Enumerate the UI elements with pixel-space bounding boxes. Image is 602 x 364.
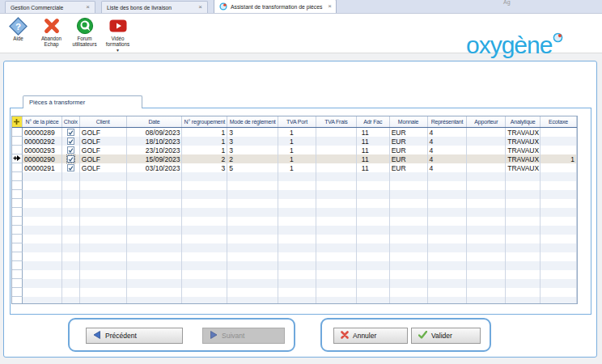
table-row-00000290[interactable]: 00000290GOLF15/09/202322111EUR4TRAVAUX1 xyxy=(12,154,577,163)
tab-pieces-a-transformer[interactable]: Pièces à transformer xyxy=(23,95,142,108)
cell-apporteur xyxy=(467,137,506,146)
column-header-apporteur[interactable]: Apporteur xyxy=(467,116,506,127)
cell-regroupement xyxy=(182,288,227,297)
cell-choix xyxy=(62,199,80,208)
column-header-ecotaxe[interactable]: Ecotaxe xyxy=(541,116,577,127)
toolbar-button-label: Aide xyxy=(13,36,23,41)
cell-choix xyxy=(62,217,80,226)
choix-checkbox[interactable] xyxy=(67,155,74,163)
row-selector-cell xyxy=(12,279,23,288)
column-header-date[interactable]: Date xyxy=(127,116,183,127)
cell-regroupement xyxy=(182,217,227,226)
previous-button[interactable]: Précédent xyxy=(86,328,183,344)
cell-tva_port xyxy=(278,279,316,288)
wizard-action-group: Annuler Valider xyxy=(320,318,491,352)
column-header-choix[interactable]: Choix xyxy=(62,116,80,127)
cell-date xyxy=(127,226,183,235)
cell-mode: 3 xyxy=(227,128,278,137)
column-chooser-header[interactable] xyxy=(12,116,23,127)
cell-choix xyxy=(62,243,80,252)
window-tab-0[interactable]: Gestion Commerciale× xyxy=(5,1,95,13)
column-header-client[interactable]: Client xyxy=(80,116,127,127)
cell-mode: 5 xyxy=(227,163,278,172)
cell-piece: 00000292 xyxy=(23,137,62,146)
cell-choix xyxy=(62,270,80,279)
table-row-00000291[interactable]: 00000291GOLF03/10/202335111EUR4TRAVAUX xyxy=(12,163,577,172)
cell-apporteur xyxy=(467,235,506,243)
cell-tva_port xyxy=(278,217,316,226)
cell-date xyxy=(127,181,183,190)
cell-date xyxy=(127,208,183,217)
cell-ecotaxe xyxy=(541,226,577,235)
cell-tva_frais xyxy=(316,270,357,279)
column-header-tva_frais[interactable]: TVA Frais xyxy=(316,116,357,127)
tab-close-icon[interactable]: × xyxy=(193,4,202,11)
validate-button[interactable]: Valider xyxy=(411,328,481,344)
cell-representant xyxy=(428,217,468,226)
cell-monnaie xyxy=(390,261,428,270)
cell-adr_fac: 11 xyxy=(357,154,390,163)
column-header-tva_port[interactable]: TVA Port xyxy=(278,116,316,127)
cell-mode xyxy=(227,235,278,243)
tab-close-icon[interactable]: × xyxy=(80,4,90,11)
toolbar-button-forum-utilisateurs[interactable]: Forum utilisateurs xyxy=(68,16,101,53)
cell-ecotaxe xyxy=(541,297,577,304)
cell-piece xyxy=(23,181,62,190)
cell-apporteur xyxy=(467,297,506,304)
column-header-regroupement[interactable]: N° regroupement xyxy=(182,116,227,127)
table-empty-row xyxy=(12,190,577,199)
choix-checkbox[interactable] xyxy=(67,138,74,145)
cell-regroupement xyxy=(182,172,227,181)
table-empty-row xyxy=(12,252,577,261)
table-row-00000292[interactable]: 00000292GOLF18/10/202313111EUR4TRAVAUX xyxy=(12,137,577,146)
choix-checkbox[interactable] xyxy=(67,164,74,171)
cell-date xyxy=(127,288,183,297)
cell-tva_frais xyxy=(316,137,357,146)
cell-regroupement xyxy=(182,243,227,252)
cell-client: GOLF xyxy=(80,154,127,163)
column-header-monnaie[interactable]: Monnaie xyxy=(390,116,428,127)
window-tab-2[interactable]: Assistant de transformation de pièces× xyxy=(214,0,337,13)
tab-close-icon[interactable]: × xyxy=(322,3,332,10)
cell-ecotaxe xyxy=(541,172,577,181)
table-row-00000293[interactable]: 00000293GOLF23/10/202313111EUR4TRAVAUX xyxy=(12,146,577,154)
window-tab-1[interactable]: Liste des bons de livraison× xyxy=(101,1,208,13)
cancel-button[interactable]: Annuler xyxy=(333,328,408,344)
cell-tva_port xyxy=(278,226,316,235)
cell-analytique xyxy=(506,199,541,208)
toolbar-buttons: ?AideAbandon EchapForum utilisateursVidé… xyxy=(2,16,134,53)
cell-tva_frais xyxy=(316,261,357,270)
toolbar-button-aide[interactable]: ?Aide xyxy=(2,16,35,53)
svg-text:?: ? xyxy=(15,21,21,31)
column-header-piece[interactable]: N° de la pièce xyxy=(23,116,62,127)
cell-ecotaxe xyxy=(541,208,577,217)
cell-representant: 4 xyxy=(428,146,468,154)
table-empty-row xyxy=(12,181,577,190)
chevron-down-icon[interactable]: ▼ xyxy=(116,49,120,53)
next-button[interactable]: Suivant xyxy=(202,328,285,344)
column-header-analytique[interactable]: Analytique xyxy=(506,116,541,127)
toolbar-button-vid-o-formations[interactable]: Vidéo formations▼ xyxy=(101,16,134,53)
choix-checkbox[interactable] xyxy=(67,129,74,136)
column-header-mode[interactable]: Mode de règlement xyxy=(227,116,278,127)
table-row-00000289[interactable]: 00000289GOLF08/09/202313111EUR4TRAVAUX xyxy=(12,128,577,137)
table-empty-row xyxy=(12,208,577,217)
column-header-representant[interactable]: Représentant xyxy=(428,116,468,127)
row-selector-cell xyxy=(12,146,23,154)
cell-adr_fac xyxy=(357,297,390,304)
plus-icon[interactable] xyxy=(13,118,20,126)
choix-checkbox[interactable] xyxy=(67,146,74,154)
row-selector-cell xyxy=(12,190,23,199)
cell-tva_port xyxy=(278,235,316,243)
cell-analytique xyxy=(506,217,541,226)
row-selector-cell xyxy=(12,252,23,261)
cell-ecotaxe xyxy=(541,146,577,154)
cell-ecotaxe xyxy=(541,252,577,261)
cell-mode xyxy=(227,270,278,279)
cell-choix xyxy=(62,146,80,154)
cell-representant xyxy=(428,190,468,199)
toolbar-button-abandon-echap[interactable]: Abandon Echap xyxy=(35,16,68,53)
column-header-adr_fac[interactable]: Adr Fac xyxy=(357,116,390,127)
cell-analytique xyxy=(506,226,541,235)
cell-client xyxy=(80,288,127,297)
